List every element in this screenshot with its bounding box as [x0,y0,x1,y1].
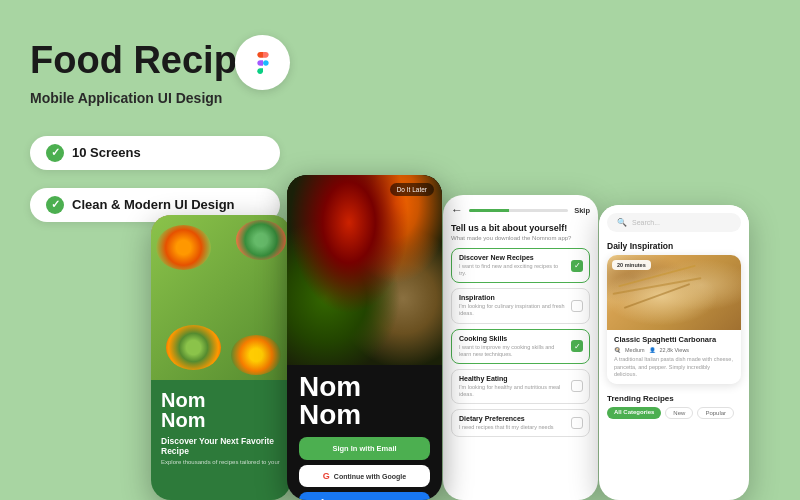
option-1-desc: I want to find new and exciting recipes … [459,263,582,277]
phone2-signin-btn[interactable]: Sign In with Email [299,437,430,460]
phone-1: NomNom Discover Your Next Favorite Recip… [151,215,291,500]
phone4-recipe-card[interactable]: 20 minutes Classic Spaghetti Carbonara 🍳… [607,255,741,384]
option-5-desc: I need recipes that fit my dietary needs [459,424,582,431]
phone3-option-4[interactable]: Healthy Eating I'm looking for healthy a… [451,369,590,404]
phone2-facebook-btn[interactable]: f Continue with Facebook [299,492,430,500]
option-5-title: Dietary Preferences [459,415,582,422]
phone3-option-5[interactable]: Dietary Preferences I need recipes that … [451,409,590,437]
option-3-desc: I want to improve my cooking skills and … [459,344,582,358]
option-2-desc: I'm looking for culinary inspiration and… [459,303,582,317]
phone3-progress-fill [469,209,509,212]
phone1-food-image [151,215,291,380]
option-2-title: Inspiration [459,294,582,301]
card-recipe-name: Classic Spaghetti Carbonara [614,335,734,344]
phone-2: Do It Later NomNom Sign In with Email G … [287,175,442,500]
filter-chip-new[interactable]: New [665,407,693,419]
phone3-inner: ← Skip Tell us a bit about yourself! Wha… [443,195,598,445]
phone1-explore-text: Explore thousands of recipes tailored to… [161,459,281,467]
option-5-checkbox [571,417,583,429]
difficulty-icon: 🍳 [614,347,621,353]
card-meta-row: 🍳 Medium 👤 22,8k Views [614,347,734,353]
option-4-checkbox [571,380,583,392]
card-description: A traditional Italian pasta dish made wi… [614,356,734,379]
phone-4: 🔍 Search... Daily Inspiration 20 minutes [599,205,749,500]
phone2-do-it-later[interactable]: Do It Later [390,183,434,196]
google-icon: G [323,471,330,481]
phone4-search-area: 🔍 Search... [599,205,749,237]
phone3-option-3[interactable]: Cooking Skills I want to improve my cook… [451,329,590,364]
option-1-title: Discover New Recipes [459,254,582,261]
card-views: 22,8k Views [660,347,690,353]
option-4-title: Healthy Eating [459,375,582,382]
option-3-title: Cooking Skills [459,335,582,342]
option-4-desc: I'm looking for healthy and nutritious m… [459,384,582,398]
option-1-checkbox: ✓ [571,260,583,272]
phone4-filter-row: All Categories New Popular [599,407,749,419]
phone4-card-info: Classic Spaghetti Carbonara 🍳 Medium 👤 2… [607,330,741,384]
phone3-skip[interactable]: Skip [574,206,590,215]
phone4-search-bar[interactable]: 🔍 Search... [607,213,741,232]
phone2-google-label: Continue with Google [334,473,406,480]
search-icon: 🔍 [617,218,627,227]
phone2-nom-nom: NomNom [287,365,442,435]
card-time-badge: 20 minutes [612,260,651,270]
badge-screens-label: 10 Screens [72,145,141,160]
phone-3: ← Skip Tell us a bit about yourself! Wha… [443,195,598,500]
phone3-progress-bar [469,209,568,212]
search-placeholder: Search... [632,219,660,226]
phone3-back-icon[interactable]: ← [451,203,463,217]
app-subtitle: Mobile Application UI Design [30,90,280,106]
filter-chip-all[interactable]: All Categories [607,407,661,419]
check-icon-2: ✓ [46,196,64,214]
phones-container: NomNom Discover Your Next Favorite Recip… [100,160,800,500]
phone4-trending-title: Trending Recipes [599,392,749,407]
phone3-header: ← Skip [451,203,590,217]
figma-icon [235,35,290,90]
phone3-option-2[interactable]: Inspiration I'm looking for culinary ins… [451,288,590,323]
option-3-checkbox: ✓ [571,340,583,352]
phone3-option-1[interactable]: Discover New Recipes I want to find new … [451,248,590,283]
phone1-discover-title: Discover Your Next Favorite Recipe [161,436,281,456]
figma-logo-svg [249,49,277,77]
check-icon-1: ✓ [46,144,64,162]
option-2-checkbox [571,300,583,312]
phone1-nom-nom: NomNom [161,390,281,430]
phone4-card-image: 20 minutes [607,255,741,330]
card-difficulty: Medium [625,347,645,353]
phone3-title: Tell us a bit about yourself! [451,223,590,233]
phone2-google-btn[interactable]: G Continue with Google [299,465,430,487]
phone2-food-bg [287,175,442,365]
phone3-subtitle: What made you download the Nomnom app? [451,235,590,241]
phone4-section-title: Daily Inspiration [599,237,749,255]
filter-chip-popular[interactable]: Popular [697,407,734,419]
phone1-bottom: NomNom Discover Your Next Favorite Recip… [151,380,291,475]
views-icon: 👤 [649,347,656,353]
